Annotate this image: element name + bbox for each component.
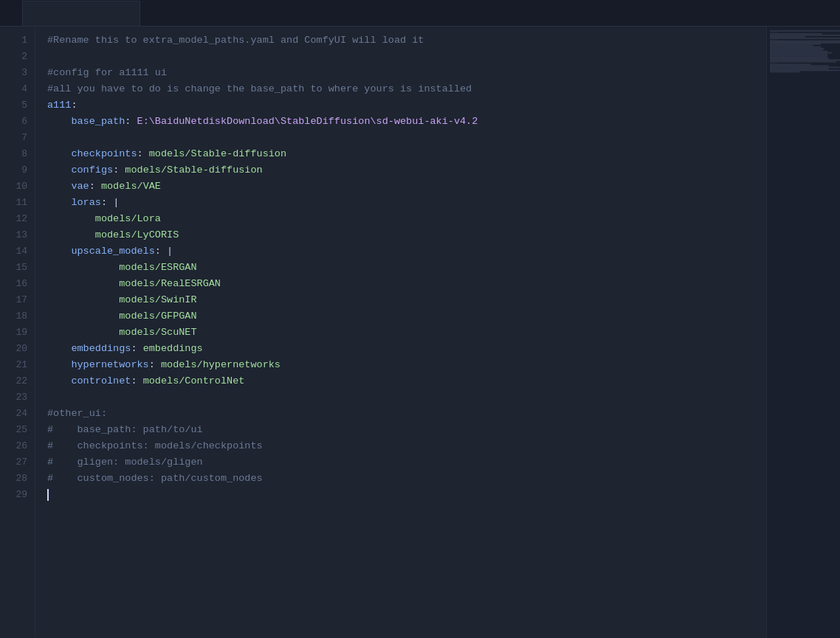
code-line: models/RealESRGAN (47, 276, 766, 292)
line-number: 29 (0, 487, 35, 503)
code-line: #all you have to do is change the base_p… (47, 81, 766, 97)
token-key: vae (71, 178, 89, 195)
token-pipe: | (113, 195, 119, 211)
token-punct: : (101, 195, 113, 211)
code-line (47, 130, 766, 146)
token-indent (47, 227, 95, 243)
text-cursor (47, 489, 49, 501)
token-key: upscale_models (71, 243, 154, 260)
line-number: 5 (0, 97, 35, 114)
nav-back-button[interactable] (3, 12, 9, 15)
line-number: 19 (0, 325, 35, 341)
token-indent (47, 292, 119, 308)
token-indent (47, 373, 71, 389)
line-number: 3 (0, 65, 35, 81)
minimap-line (770, 61, 836, 63)
token-value: models/hypernetworks (161, 357, 280, 373)
token-punct: : (89, 178, 101, 195)
line-numbers: 1234567891011121314151617181920212223242… (0, 27, 35, 638)
line-number: 18 (0, 308, 35, 325)
line-number: 4 (0, 81, 35, 97)
token-pipe: | (167, 243, 173, 260)
token-key: checkpoints (71, 146, 137, 162)
token-key: base_path (71, 114, 125, 130)
line-number: 11 (0, 195, 35, 211)
add-tab-button[interactable] (825, 12, 837, 15)
token-comment: #config for a1111 ui (47, 65, 167, 81)
line-number: 13 (0, 227, 35, 243)
token-punct: : (71, 97, 77, 114)
token-value: embeddings (143, 341, 203, 357)
code-line (47, 487, 766, 503)
line-number: 27 (0, 454, 35, 471)
token-value: models/ESRGAN (119, 260, 196, 276)
code-line: models/ESRGAN (47, 260, 766, 276)
code-line: checkpoints: models/Stable-diffusion (47, 146, 766, 162)
line-number: 2 (0, 49, 35, 65)
tab-close-button[interactable] (38, 13, 42, 14)
token-comment: #Rename this to extra_model_paths.yaml a… (47, 32, 424, 49)
token-indent (47, 341, 71, 357)
tab-bar (0, 0, 840, 27)
line-number: 21 (0, 357, 35, 373)
token-punct: : (131, 341, 142, 357)
token-key: hypernetworks (71, 357, 148, 373)
token-value: models/Stable-diffusion (125, 162, 262, 178)
code-line: #other_ui: (47, 406, 766, 422)
code-line: base_path: E:\BaiduNetdiskDownload\Stabl… (47, 114, 766, 130)
code-line: models/SwinIR (47, 292, 766, 308)
code-line: embeddings: embeddings (47, 341, 766, 357)
line-number: 9 (0, 162, 35, 178)
token-value: models/RealESRGAN (119, 276, 221, 292)
token-indent (47, 243, 71, 260)
file-tab[interactable] (22, 1, 140, 26)
token-comment: # checkpoints: models/checkpoints (47, 438, 263, 454)
line-number: 23 (0, 389, 35, 406)
token-indent (47, 114, 71, 130)
token-value: models/Stable-diffusion (149, 146, 286, 162)
token-punct: : (155, 243, 167, 260)
token-key: embeddings (71, 341, 131, 357)
token-indent (47, 211, 95, 227)
token-comment: # base_path: path/to/ui (47, 422, 203, 438)
token-comment: # gligen: models/gligen (47, 454, 203, 471)
token-indent (47, 325, 119, 341)
code-line (47, 49, 766, 65)
token-value: models/SwinIR (119, 292, 196, 308)
token-comment: #other_ui: (47, 406, 107, 422)
token-indent (47, 276, 119, 292)
minimap-line (770, 30, 840, 32)
code-line: # gligen: models/gligen (47, 454, 766, 471)
token-indent (47, 162, 71, 178)
code-line: configs: models/Stable-diffusion (47, 162, 766, 178)
line-number: 10 (0, 178, 35, 195)
token-value: models/VAE (101, 178, 161, 195)
token-comment: # custom_nodes: path/custom_nodes (47, 471, 263, 487)
code-line: vae: models/VAE (47, 178, 766, 195)
line-number: 15 (0, 260, 35, 276)
line-number: 16 (0, 276, 35, 292)
token-punct: : (125, 114, 137, 130)
code-area[interactable]: #Rename this to extra_model_paths.yaml a… (35, 27, 766, 638)
token-value: models/ControlNet (143, 373, 245, 389)
code-line: models/ScuNET (47, 325, 766, 341)
code-line: # base_path: path/to/ui (47, 422, 766, 438)
editor-container: 1234567891011121314151617181920212223242… (0, 27, 840, 638)
token-indent (47, 195, 71, 211)
token-indent (47, 357, 71, 373)
minimap (766, 27, 840, 638)
token-value: models/ScuNET (119, 325, 196, 341)
token-key: loras (71, 195, 101, 211)
code-line: upscale_models: | (47, 243, 766, 260)
line-number: 22 (0, 373, 35, 389)
code-line: models/LyCORIS (47, 227, 766, 243)
nav-forward-button[interactable] (10, 12, 16, 15)
line-number: 20 (0, 341, 35, 357)
line-number: 12 (0, 211, 35, 227)
code-line (47, 389, 766, 406)
line-number: 14 (0, 243, 35, 260)
line-number: 26 (0, 438, 35, 454)
line-number: 24 (0, 406, 35, 422)
token-indent (47, 308, 119, 325)
token-key: controlnet (71, 373, 131, 389)
